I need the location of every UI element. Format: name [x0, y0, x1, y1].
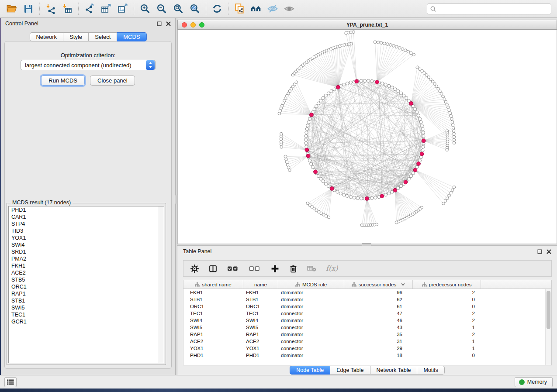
tab-network[interactable]: Network [29, 32, 63, 41]
save-floppy-icon [23, 3, 34, 14]
table-row[interactable]: SWI4SWI4dominator462 [183, 317, 545, 324]
mcds-result-item[interactable]: PHD1 [9, 206, 164, 213]
tab-style[interactable]: Style [63, 32, 89, 41]
mcds-result-item[interactable]: YOX1 [9, 234, 164, 241]
export-table-button[interactable] [98, 1, 114, 16]
toolbar-separator [39, 3, 40, 15]
fx-icon: f(x) [325, 264, 340, 273]
tab-mcds[interactable]: MCDS [117, 32, 146, 41]
function-builder-button-disabled: f(x) [325, 264, 340, 273]
show-all-button[interactable] [281, 1, 298, 16]
table-row[interactable]: TEC1TEC1connector472 [183, 310, 545, 317]
sort-chevron-icon [401, 283, 405, 286]
hide-selected-button[interactable] [264, 1, 281, 16]
mcds-result-item[interactable]: GCR1 [9, 318, 164, 325]
mcds-result-item[interactable]: FKH1 [9, 262, 164, 269]
search-icon [430, 6, 437, 13]
export-image-icon [118, 3, 128, 14]
refresh-button[interactable] [209, 1, 225, 16]
optimization-criterion-label: Optimization criterion: [5, 52, 171, 58]
tab-motifs[interactable]: Motifs [417, 366, 444, 375]
mcds-result-title: MCDS result (17 nodes) [10, 199, 73, 206]
import-table-button[interactable] [59, 1, 76, 16]
memory-button[interactable]: Memory [515, 377, 553, 387]
new-network-from-selection-button[interactable] [231, 1, 248, 16]
tab-network-table[interactable]: Network Table [370, 366, 418, 375]
network-title: YPA_prune.txt_1 [178, 22, 557, 28]
import-network-button[interactable] [42, 1, 59, 16]
save-session-button[interactable] [20, 1, 37, 16]
mcds-result-group: MCDS result (17 nodes) PHD1CAR1STP4TID3Y… [7, 203, 166, 365]
export-image-button[interactable] [114, 1, 131, 16]
mcds-result-item[interactable]: ACE2 [9, 269, 164, 276]
main-toolbar [0, 0, 557, 18]
tab-node-table[interactable]: Node Table [290, 366, 330, 375]
toolbar-separator [206, 3, 206, 15]
unselect-all-button[interactable] [248, 264, 261, 273]
memory-label: Memory [527, 379, 547, 385]
node-table: shared namenameMCDS rolesuccessor nodesp… [183, 280, 552, 365]
select-all-button[interactable] [226, 264, 239, 273]
table-row[interactable]: RAP1RAP1dominator352 [183, 331, 545, 338]
column-header-name[interactable]: name [243, 280, 278, 289]
application-window: Control Panel NetworkStyleSelectMCDS Opt… [0, 0, 557, 392]
mcds-result-item[interactable]: STP4 [9, 220, 164, 227]
table-tabs: Node TableEdge TableNetwork TableMotifs [177, 366, 557, 375]
delete-column-button[interactable] [288, 264, 298, 273]
mcds-result-item[interactable]: SWI5 [9, 304, 164, 311]
global-search[interactable] [427, 3, 551, 14]
mcds-list-scrollbar[interactable] [159, 206, 164, 363]
table-row[interactable]: ACE2ACE2connector311 [183, 338, 545, 345]
float-panel-icon[interactable] [157, 21, 162, 26]
table-row[interactable]: YOX1YOX1connector291 [183, 345, 545, 352]
first-neighbors-button[interactable] [248, 1, 264, 16]
table-options-gear-button[interactable] [190, 264, 199, 273]
mcds-result-item[interactable]: TID3 [9, 227, 164, 234]
criterion-select[interactable]: largest connected component (undirected) [21, 60, 156, 70]
column-header-shared-name[interactable]: shared name [183, 280, 243, 289]
tab-edge-table[interactable]: Edge Table [330, 366, 370, 375]
control-panel: Control Panel NetworkStyleSelectMCDS Opt… [1, 18, 175, 375]
mcds-result-item[interactable]: STB5 [9, 276, 164, 283]
zoom-out-button[interactable] [153, 1, 170, 16]
open-file-button[interactable] [3, 1, 20, 16]
close-panel-icon[interactable] [547, 249, 551, 254]
close-panel-button[interactable]: Close panel [90, 76, 135, 86]
mcds-result-item[interactable]: PMA2 [9, 255, 164, 262]
column-header-successor-nodes[interactable]: successor nodes [344, 280, 413, 289]
table-row[interactable]: SWI5SWI5connector431 [183, 324, 545, 331]
table-row[interactable]: STB1STB1dominator620 [183, 296, 545, 303]
zoom-in-button[interactable] [137, 1, 153, 16]
first-neighbors-icon [250, 3, 262, 14]
mcds-result-item[interactable]: RAP1 [9, 290, 164, 297]
table-row[interactable]: ORC1ORC1dominator610 [183, 303, 545, 310]
mcds-result-list: PHD1CAR1STP4TID3YOX1SWI4SRD1PMA2FKH1ACE2… [8, 206, 164, 363]
zoom-selected-button[interactable] [187, 1, 203, 16]
mcds-result-item[interactable]: CAR1 [9, 213, 164, 220]
float-panel-icon[interactable] [537, 249, 542, 254]
mcds-result-item[interactable]: SRD1 [9, 248, 164, 255]
column-type-icon [195, 282, 200, 287]
create-column-button[interactable] [270, 264, 280, 273]
mcds-result-item[interactable]: STB1 [9, 297, 164, 304]
show-columns-button[interactable] [208, 264, 218, 273]
table-scrollbar-thumb[interactable] [547, 291, 550, 329]
show-panels-button[interactable] [4, 377, 17, 387]
close-panel-icon[interactable] [166, 21, 171, 26]
network-canvas[interactable] [177, 30, 557, 244]
table-row[interactable]: FKH1FKH1dominator962 [183, 289, 545, 296]
column-header-MCDS-role[interactable]: MCDS role [278, 280, 344, 289]
memory-status-dot [519, 379, 525, 385]
mcds-result-item[interactable]: TEC1 [9, 311, 164, 318]
table-scrollbar[interactable] [545, 289, 551, 365]
zoom-fit-button[interactable] [170, 1, 187, 16]
search-input[interactable] [437, 4, 551, 14]
export-network-button[interactable] [81, 1, 98, 16]
tab-select[interactable]: Select [89, 32, 117, 41]
run-mcds-button[interactable]: Run MCDS [41, 76, 85, 86]
toolbar-separator [78, 3, 79, 15]
mcds-result-item[interactable]: SWI4 [9, 241, 164, 248]
table-row[interactable]: PHD1PHD1dominator180 [183, 352, 545, 359]
column-header-predecessor-nodes[interactable]: predecessor nodes [413, 280, 481, 289]
mcds-result-item[interactable]: ORC1 [9, 283, 164, 290]
